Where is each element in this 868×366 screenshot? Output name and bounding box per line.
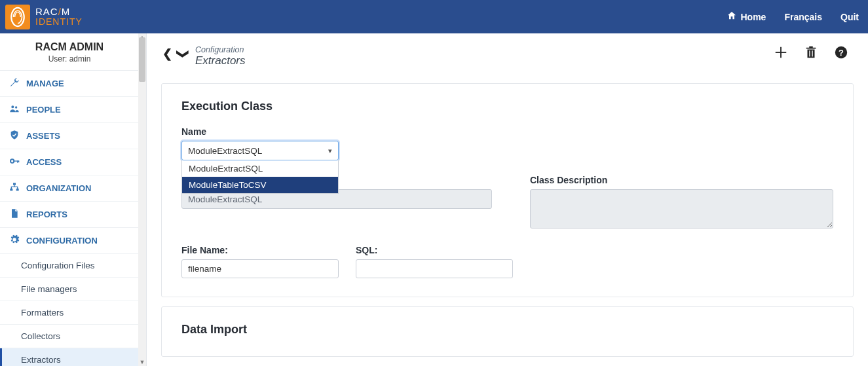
name-option-1[interactable]: ModuleExtractSQL — [182, 160, 338, 177]
file-name-label: File Name: — [181, 245, 339, 255]
svg-rect-8 — [10, 189, 12, 191]
sidebar-item-reports[interactable]: REPORTS — [0, 202, 139, 228]
svg-point-3 — [10, 159, 14, 162]
sidebar-label: MANAGE — [26, 79, 64, 88]
quit-link[interactable]: Quit — [840, 12, 859, 22]
chevron-down-icon: ▾ — [328, 147, 332, 155]
sidebar-label: CONFIGURATION — [26, 236, 98, 246]
card-title: Execution Class — [181, 100, 833, 113]
sidebar-sub-label: Collectors — [21, 331, 60, 341]
logo[interactable]: RAC/M IDENTITY — [3, 5, 83, 29]
admin-sub: User: admin — [5, 54, 134, 64]
home-label: Home — [741, 12, 766, 22]
svg-point-2 — [15, 106, 17, 108]
sidebar-item-people[interactable]: PEOPLE — [0, 97, 139, 123]
svg-rect-7 — [13, 183, 16, 185]
sidebar: RACM ADMIN User: admin MANAGE PEOPLE ASS… — [0, 33, 147, 366]
svg-rect-11 — [812, 50, 812, 56]
data-import-card: Data Import — [161, 306, 854, 357]
svg-rect-5 — [17, 160, 18, 162]
topbar: RAC/M IDENTITY Home Français Quit — [0, 0, 868, 33]
sidebar-label: ACCESS — [26, 157, 62, 167]
name-label: Name — [181, 126, 339, 137]
name-select[interactable]: ModuleExtractSQL ▾ — [181, 141, 339, 160]
sidebar-sub-formatters[interactable]: Formatters — [0, 301, 139, 325]
class-desc-label: Class Description — [530, 175, 833, 185]
file-name-input[interactable] — [181, 259, 339, 278]
sidebar-label: PEOPLE — [26, 105, 61, 115]
name-dropdown: ModuleExtractSQL ModuleTableToCSV — [181, 160, 339, 194]
main-content: ❮ ❮ Configuration Extractors ? Execution… — [147, 33, 868, 366]
svg-point-1 — [11, 105, 14, 108]
sidebar-sub-collectors[interactable]: Collectors — [0, 325, 139, 348]
name-option-2[interactable]: ModuleTableToCSV — [182, 177, 338, 193]
home-link[interactable]: Home — [726, 10, 766, 23]
sidebar-sub-label: Configuration Files — [21, 261, 95, 270]
svg-rect-10 — [809, 50, 810, 56]
delete-button[interactable] — [804, 45, 818, 60]
org-icon — [9, 182, 20, 194]
execution-class-card: Execution Class Name ModuleExtractSQL ▾ … — [161, 83, 854, 297]
class-desc-textarea — [530, 189, 833, 229]
scroll-down-icon[interactable]: ▼ — [138, 358, 146, 366]
sidebar-sub-label: Formatters — [21, 308, 64, 318]
down-button[interactable]: ❮ — [174, 49, 189, 59]
sidebar-item-configuration[interactable]: CONFIGURATION — [0, 228, 139, 254]
document-icon — [9, 208, 20, 221]
svg-rect-6 — [18, 160, 19, 162]
svg-text:?: ? — [839, 48, 844, 58]
class-name-value: ModuleExtractSQL — [188, 194, 262, 204]
sidebar-sub-extractors[interactable]: Extractors — [0, 348, 139, 366]
language-link[interactable]: Français — [784, 12, 822, 22]
key-icon — [9, 156, 20, 168]
back-button[interactable]: ❮ — [162, 46, 172, 61]
logo-icon — [5, 5, 30, 29]
scroll-thumb[interactable] — [139, 37, 145, 82]
svg-rect-9 — [16, 189, 19, 191]
wrench-icon — [9, 77, 20, 90]
sidebar-header: RACM ADMIN User: admin — [0, 33, 139, 71]
breadcrumb: Configuration — [195, 45, 246, 54]
logo-text: RAC/M IDENTITY — [35, 7, 83, 26]
check-shield-icon — [9, 130, 20, 142]
sidebar-sub-label: File managers — [21, 284, 77, 294]
sidebar-sub-config-files[interactable]: Configuration Files — [0, 254, 139, 278]
page-title: Extractors — [195, 54, 246, 67]
sql-input[interactable] — [356, 259, 513, 278]
sidebar-sub-file-managers[interactable]: File managers — [0, 278, 139, 301]
sql-label: SQL: — [356, 245, 513, 255]
sidebar-sub-label: Extractors — [21, 355, 61, 365]
admin-title: RACM ADMIN — [5, 41, 134, 53]
card-title: Data Import — [181, 323, 833, 337]
svg-rect-4 — [14, 160, 19, 161]
sidebar-item-assets[interactable]: ASSETS — [0, 123, 139, 149]
sidebar-item-manage[interactable]: MANAGE — [0, 71, 139, 97]
gear-icon — [9, 234, 20, 247]
sidebar-item-access[interactable]: ACCESS — [0, 149, 139, 175]
name-select-value: ModuleExtractSQL — [188, 146, 262, 156]
sidebar-item-organization[interactable]: ORGANIZATION — [0, 175, 139, 202]
add-button[interactable] — [774, 45, 788, 60]
home-icon — [726, 10, 737, 23]
people-icon — [9, 103, 20, 116]
language-label: Français — [784, 12, 822, 22]
help-button[interactable]: ? — [834, 45, 848, 60]
sidebar-scrollbar[interactable]: ▲ ▼ — [138, 33, 146, 366]
sidebar-label: REPORTS — [26, 210, 67, 219]
sidebar-label: ORGANIZATION — [26, 183, 91, 193]
quit-label: Quit — [840, 12, 859, 22]
sidebar-label: ASSETS — [26, 131, 60, 141]
